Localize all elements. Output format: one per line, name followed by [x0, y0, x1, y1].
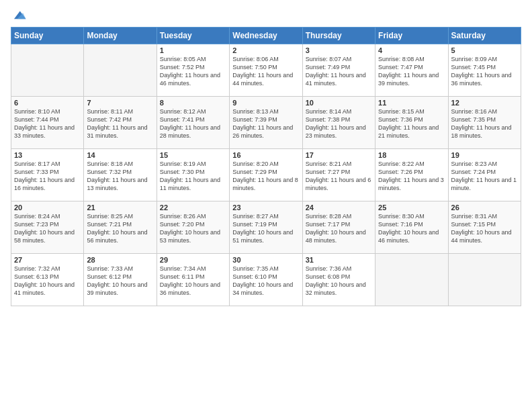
calendar-cell [448, 254, 521, 306]
weekday-header-sunday: Sunday [11, 28, 84, 44]
day-number: 17 [306, 151, 372, 159]
day-number: 6 [14, 99, 81, 107]
calendar-cell: 3 Sunrise: 8:07 AMSunset: 7:49 PMDayligh… [302, 44, 375, 97]
day-info: Sunrise: 8:13 AMSunset: 7:39 PMDaylight:… [232, 107, 299, 140]
day-number: 24 [306, 203, 372, 212]
calendar-cell: 30 Sunrise: 7:35 AMSunset: 6:10 PMDaylig… [230, 254, 302, 306]
header [11, 8, 521, 23]
calendar-cell [11, 44, 84, 97]
calendar-cell: 17 Sunrise: 8:21 AMSunset: 7:27 PMDaylig… [302, 149, 375, 201]
calendar-cell: 16 Sunrise: 8:20 AMSunset: 7:29 PMDaylig… [230, 149, 302, 201]
calendar-cell: 8 Sunrise: 8:12 AMSunset: 7:41 PMDayligh… [157, 97, 229, 149]
day-info: Sunrise: 8:10 AMSunset: 7:44 PMDaylight:… [14, 107, 81, 140]
weekday-header-wednesday: Wednesday [230, 28, 302, 44]
day-number: 11 [378, 99, 445, 107]
calendar-week-row: 20 Sunrise: 8:24 AMSunset: 7:23 PMDaylig… [11, 201, 521, 254]
day-number: 3 [306, 46, 372, 54]
day-info: Sunrise: 8:19 AMSunset: 7:30 PMDaylight:… [160, 160, 226, 193]
day-number: 28 [87, 256, 153, 264]
day-info: Sunrise: 8:05 AMSunset: 7:52 PMDaylight:… [160, 55, 226, 88]
calendar-cell [84, 44, 157, 97]
calendar-cell [375, 254, 448, 306]
calendar-cell: 14 Sunrise: 8:18 AMSunset: 7:32 PMDaylig… [84, 149, 157, 201]
calendar-cell: 24 Sunrise: 8:28 AMSunset: 7:17 PMDaylig… [302, 201, 375, 254]
day-info: Sunrise: 7:33 AMSunset: 6:12 PMDaylight:… [87, 265, 153, 298]
calendar-cell: 11 Sunrise: 8:15 AMSunset: 7:36 PMDaylig… [375, 97, 448, 149]
day-info: Sunrise: 8:15 AMSunset: 7:36 PMDaylight:… [378, 107, 445, 140]
day-number: 2 [232, 46, 299, 54]
day-info: Sunrise: 8:25 AMSunset: 7:21 PMDaylight:… [87, 212, 153, 245]
day-number: 14 [87, 151, 153, 159]
calendar-cell: 18 Sunrise: 8:22 AMSunset: 7:26 PMDaylig… [375, 149, 448, 201]
calendar-cell: 5 Sunrise: 8:09 AMSunset: 7:45 PMDayligh… [448, 44, 521, 97]
day-number: 26 [451, 203, 518, 212]
calendar-cell: 19 Sunrise: 8:23 AMSunset: 7:24 PMDaylig… [448, 149, 521, 201]
weekday-header-monday: Monday [84, 28, 157, 44]
day-number: 31 [306, 256, 372, 264]
day-info: Sunrise: 8:20 AMSunset: 7:29 PMDaylight:… [232, 160, 299, 193]
day-number: 9 [232, 99, 299, 107]
day-number: 21 [87, 203, 153, 212]
day-info: Sunrise: 8:17 AMSunset: 7:33 PMDaylight:… [14, 160, 81, 193]
day-number: 30 [232, 256, 299, 264]
day-info: Sunrise: 8:12 AMSunset: 7:41 PMDaylight:… [160, 107, 226, 140]
calendar-cell: 9 Sunrise: 8:13 AMSunset: 7:39 PMDayligh… [230, 97, 302, 149]
calendar-cell: 29 Sunrise: 7:34 AMSunset: 6:11 PMDaylig… [157, 254, 229, 306]
day-number: 4 [378, 46, 445, 54]
calendar-table: SundayMondayTuesdayWednesdayThursdayFrid… [11, 27, 521, 306]
calendar-cell: 28 Sunrise: 7:33 AMSunset: 6:12 PMDaylig… [84, 254, 157, 306]
day-info: Sunrise: 8:31 AMSunset: 7:15 PMDaylight:… [451, 212, 518, 245]
page: SundayMondayTuesdayWednesdayThursdayFrid… [0, 0, 532, 313]
day-number: 20 [14, 203, 81, 212]
weekday-header-tuesday: Tuesday [157, 28, 229, 44]
day-number: 18 [378, 151, 445, 159]
day-info: Sunrise: 7:35 AMSunset: 6:10 PMDaylight:… [232, 265, 299, 298]
calendar-cell: 25 Sunrise: 8:30 AMSunset: 7:16 PMDaylig… [375, 201, 448, 254]
day-number: 23 [232, 203, 299, 212]
weekday-header-saturday: Saturday [448, 28, 521, 44]
calendar-cell: 13 Sunrise: 8:17 AMSunset: 7:33 PMDaylig… [11, 149, 84, 201]
day-info: Sunrise: 8:24 AMSunset: 7:23 PMDaylight:… [14, 212, 81, 245]
calendar-week-row: 13 Sunrise: 8:17 AMSunset: 7:33 PMDaylig… [11, 149, 521, 201]
day-info: Sunrise: 8:06 AMSunset: 7:50 PMDaylight:… [232, 55, 299, 88]
calendar-cell: 4 Sunrise: 8:08 AMSunset: 7:47 PMDayligh… [375, 44, 448, 97]
day-info: Sunrise: 7:34 AMSunset: 6:11 PMDaylight:… [160, 265, 226, 298]
day-info: Sunrise: 8:18 AMSunset: 7:32 PMDaylight:… [87, 160, 153, 193]
calendar-cell: 22 Sunrise: 8:26 AMSunset: 7:20 PMDaylig… [157, 201, 229, 254]
day-info: Sunrise: 8:11 AMSunset: 7:42 PMDaylight:… [87, 107, 153, 140]
calendar-week-row: 6 Sunrise: 8:10 AMSunset: 7:44 PMDayligh… [11, 97, 521, 149]
calendar-cell: 23 Sunrise: 8:27 AMSunset: 7:19 PMDaylig… [230, 201, 302, 254]
day-info: Sunrise: 8:09 AMSunset: 7:45 PMDaylight:… [451, 55, 518, 88]
day-info: Sunrise: 8:27 AMSunset: 7:19 PMDaylight:… [232, 212, 299, 245]
calendar-cell: 21 Sunrise: 8:25 AMSunset: 7:21 PMDaylig… [84, 201, 157, 254]
calendar-cell: 1 Sunrise: 8:05 AMSunset: 7:52 PMDayligh… [157, 44, 229, 97]
day-number: 1 [160, 46, 226, 54]
day-number: 15 [160, 151, 226, 159]
day-info: Sunrise: 8:22 AMSunset: 7:26 PMDaylight:… [378, 160, 445, 193]
day-number: 19 [451, 151, 518, 159]
calendar-cell: 27 Sunrise: 7:32 AMSunset: 6:13 PMDaylig… [11, 254, 84, 306]
day-info: Sunrise: 8:21 AMSunset: 7:27 PMDaylight:… [306, 160, 372, 193]
day-number: 25 [378, 203, 445, 212]
day-info: Sunrise: 7:36 AMSunset: 6:08 PMDaylight:… [306, 265, 372, 298]
day-number: 22 [160, 203, 226, 212]
day-info: Sunrise: 7:32 AMSunset: 6:13 PMDaylight:… [14, 265, 81, 298]
day-number: 12 [451, 99, 518, 107]
weekday-header-friday: Friday [375, 28, 448, 44]
day-number: 27 [14, 256, 81, 264]
weekday-header-thursday: Thursday [302, 28, 375, 44]
calendar-cell: 20 Sunrise: 8:24 AMSunset: 7:23 PMDaylig… [11, 201, 84, 254]
day-number: 8 [160, 99, 226, 107]
calendar-cell: 26 Sunrise: 8:31 AMSunset: 7:15 PMDaylig… [448, 201, 521, 254]
calendar-week-row: 1 Sunrise: 8:05 AMSunset: 7:52 PMDayligh… [11, 44, 521, 97]
logo [11, 8, 27, 23]
calendar-cell: 7 Sunrise: 8:11 AMSunset: 7:42 PMDayligh… [84, 97, 157, 149]
day-info: Sunrise: 8:30 AMSunset: 7:16 PMDaylight:… [378, 212, 445, 245]
day-number: 13 [14, 151, 81, 159]
day-info: Sunrise: 8:08 AMSunset: 7:47 PMDaylight:… [378, 55, 445, 88]
logo-icon [12, 8, 27, 23]
calendar-cell: 15 Sunrise: 8:19 AMSunset: 7:30 PMDaylig… [157, 149, 229, 201]
day-info: Sunrise: 8:07 AMSunset: 7:49 PMDaylight:… [306, 55, 372, 88]
calendar-cell: 12 Sunrise: 8:16 AMSunset: 7:35 PMDaylig… [448, 97, 521, 149]
calendar-cell: 31 Sunrise: 7:36 AMSunset: 6:08 PMDaylig… [302, 254, 375, 306]
